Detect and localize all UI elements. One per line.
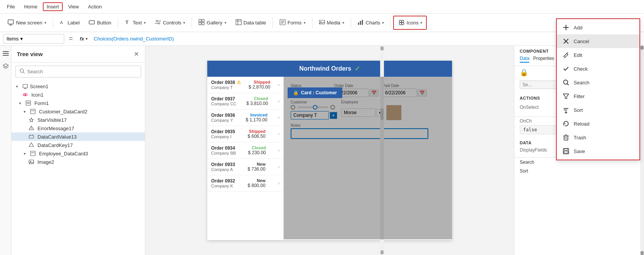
tree-item-employee-datacard3[interactable]: ▾ Employee_DataCard3: [11, 149, 145, 158]
menu-action[interactable]: Action: [84, 2, 106, 11]
controls-button[interactable]: Controls ▾: [151, 16, 189, 29]
gallery-label: Gallery: [207, 20, 222, 26]
media-button[interactable]: Media ▾: [315, 16, 348, 29]
tree-item-starvisible17[interactable]: StarVisible17: [11, 116, 145, 124]
order-0934-company: Company BB: [211, 151, 236, 155]
label-button[interactable]: A Label: [55, 16, 84, 29]
component-data-tab[interactable]: Data: [520, 56, 529, 63]
order-0937-amount: $ 3,810.00: [246, 101, 268, 106]
toolbar: New screen ▾ A Label Button T Text ▾ Con…: [0, 14, 644, 32]
dropdown-item-trash[interactable]: Trash: [557, 131, 639, 144]
items-dropdown[interactable]: Items ▾: [3, 34, 64, 44]
employee-datacard3-label: Employee_DataCard3: [39, 151, 88, 157]
fx-button[interactable]: fx ▾: [78, 36, 90, 42]
svg-rect-14: [236, 19, 241, 25]
icons-dropdown-menu: Add Cancel Edit Check Se: [556, 18, 640, 160]
dropdown-item-check[interactable]: Check: [557, 62, 639, 76]
tree-item-icon1[interactable]: Icon1: [11, 90, 145, 99]
new-screen-button[interactable]: New screen ▾: [3, 16, 50, 29]
button-icon: [89, 19, 95, 26]
tree-item-customer-datacard2[interactable]: ▾ Customer_DataCard2: [11, 107, 145, 116]
order-item-0933[interactable]: Order 0933 Company A New $ 736.00 ›: [207, 159, 283, 175]
svg-point-51: [30, 161, 31, 162]
dropdown-item-add[interactable]: Add: [557, 21, 639, 34]
toolbar-sep-5: [312, 18, 312, 28]
right-scrollbar-top: [641, 46, 644, 50]
dropdown-item-filter[interactable]: Filter: [557, 89, 639, 103]
dropdown-item-reload[interactable]: Reload: [557, 117, 639, 131]
app-title: Northwind Orders: [299, 65, 351, 72]
errormessage17-label: ErrorMessage17: [37, 126, 74, 131]
order-0933-company: Company A: [211, 167, 235, 172]
icon1-icon: [22, 92, 28, 98]
canvas-vscroll-up: [381, 47, 384, 50]
new-screen-chevron-icon: ▾: [44, 21, 46, 25]
svg-line-32: [23, 72, 25, 74]
svg-rect-25: [362, 20, 363, 25]
sidebar-search-input[interactable]: [27, 69, 137, 74]
svg-point-31: [20, 69, 24, 73]
equals-sign: =: [67, 35, 75, 43]
order-item-0936[interactable]: Order 0936 Company Y Invoiced $ 1,170.00…: [207, 110, 283, 126]
text-button[interactable]: T Text ▾: [120, 16, 150, 29]
tree-item-screen1[interactable]: ▾ Screen1: [11, 82, 145, 90]
dropdown-item-edit[interactable]: Edit: [557, 48, 639, 62]
icons-button[interactable]: Icons ▾: [393, 16, 427, 30]
order-0938-warn-icon: ⚠: [237, 80, 241, 85]
text-label: Text: [133, 20, 142, 26]
charts-button[interactable]: Charts ▾: [353, 16, 388, 29]
order-0935-status: Shipped: [249, 129, 265, 134]
forms-button[interactable]: Forms ▾: [275, 16, 310, 29]
icons-icon: [398, 19, 405, 27]
order-item-0935[interactable]: Order 0935 Company I Shipped $ 606.50 ›: [207, 126, 283, 142]
tree-item-datacardvalue13[interactable]: DataCardValue13: [11, 132, 145, 141]
layers-icon[interactable]: [1, 62, 10, 72]
errormessage17-icon: [28, 125, 34, 131]
order-0932-amount: $ 800.00: [248, 183, 266, 188]
text-icon: T: [125, 19, 131, 26]
dropdown-item-sort[interactable]: Sort: [557, 103, 639, 117]
image2-icon: [28, 159, 34, 165]
order-item-0932[interactable]: Order 0932 Company K New $ 800.00 ›: [207, 175, 283, 192]
detail-panel: 🔒 Card : Customer Status ▾: [284, 77, 452, 239]
right-scrollbar[interactable]: [640, 46, 644, 255]
controls-chevron-icon: ▾: [183, 21, 185, 25]
canvas-area[interactable]: Northwind Orders ✓ Order 0938 ⚠ Company …: [145, 46, 514, 255]
order-0933-num: Order 0933: [211, 162, 235, 167]
component-properties-tab[interactable]: Properties: [533, 56, 554, 63]
dropdown-item-save[interactable]: Save: [557, 144, 639, 158]
svg-line-58: [568, 84, 569, 86]
svg-rect-45: [29, 136, 34, 138]
order-0937-company: Company CC: [211, 102, 236, 106]
app-content: Order 0938 ⚠ Company T Shipped $ 2,870.0…: [207, 77, 452, 239]
menu-view[interactable]: View: [64, 2, 83, 11]
order-0934-status: Closed: [252, 145, 266, 150]
starvisible17-label: StarVisible17: [37, 117, 67, 123]
gallery-button[interactable]: Gallery ▾: [194, 16, 230, 29]
order-list: Order 0938 ⚠ Company T Shipped $ 2,870.0…: [207, 77, 284, 239]
data-table-button[interactable]: Data table: [231, 16, 270, 29]
sidebar-close-icon[interactable]: ✕: [133, 50, 140, 58]
fx-label: fx: [80, 36, 85, 42]
dropdown-save-label: Save: [574, 148, 585, 154]
hamburger-icon[interactable]: [1, 50, 10, 57]
order-0935-chevron-icon: ›: [278, 131, 280, 137]
dropdown-item-cancel[interactable]: Cancel: [557, 34, 639, 48]
menu-file[interactable]: File: [3, 2, 19, 11]
menu-insert[interactable]: Insert: [43, 2, 63, 11]
dropdown-item-search[interactable]: Search: [557, 76, 639, 89]
menubar: File Home Insert View Action: [0, 0, 644, 14]
tree-item-datacardkey17[interactable]: DataCardKey17: [11, 141, 145, 149]
order-0938-status: Shipped: [254, 80, 270, 84]
button-button[interactable]: Button: [85, 16, 115, 29]
order-0936-status: Invoiced: [250, 113, 268, 117]
order-0938-company: Company T: [211, 85, 241, 90]
tree-item-image2[interactable]: Image2: [11, 158, 145, 166]
menu-home[interactable]: Home: [20, 2, 41, 11]
tree-item-form1[interactable]: ▾ Form1: [11, 99, 145, 107]
order-item-0934[interactable]: Order 0934 Company BB Closed $ 230.00 ›: [207, 142, 283, 159]
left-sidebar-icons: [0, 46, 11, 255]
tree-item-errormessage17[interactable]: ErrorMessage17: [11, 124, 145, 132]
order-item-0938[interactable]: Order 0938 ⚠ Company T Shipped $ 2,870.0…: [207, 77, 283, 93]
order-item-0937[interactable]: Order 0937 Company CC Closed $ 3,810.00 …: [207, 93, 283, 110]
